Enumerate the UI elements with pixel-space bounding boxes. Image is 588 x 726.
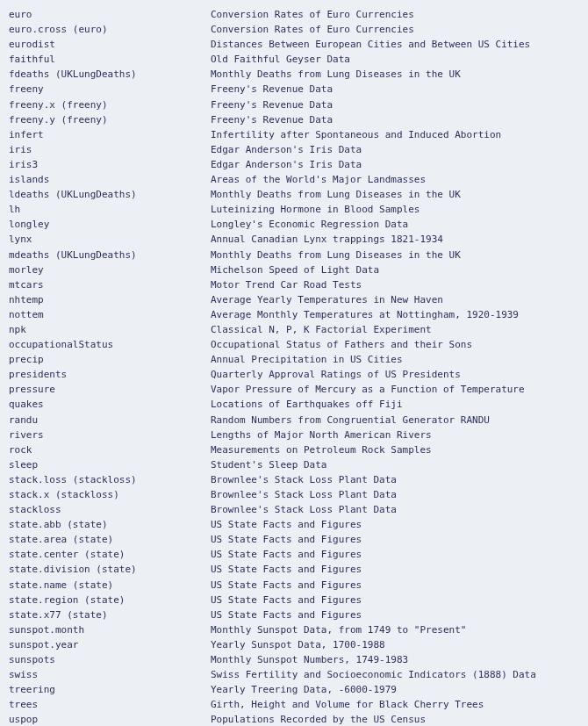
- dataset-row: state.division (state)US State Facts and…: [9, 562, 579, 577]
- dataset-name: euro.cross (euro): [9, 22, 211, 37]
- dataset-description: Edgar Anderson's Iris Data: [211, 159, 362, 170]
- dataset-name: euro: [9, 7, 211, 22]
- dataset-name: presidents: [9, 367, 211, 382]
- dataset-name: lynx: [9, 232, 211, 247]
- dataset-description: Areas of the World's Major Landmasses: [211, 174, 426, 185]
- dataset-name: sleep: [9, 457, 211, 472]
- dataset-description: Average Yearly Temperatures in New Haven: [211, 294, 443, 305]
- dataset-description: US State Facts and Figures: [211, 609, 362, 621]
- dataset-row: mtcarsMotor Trend Car Road Tests: [9, 277, 579, 292]
- dataset-row: treeringYearly Treering Data, -6000-1979: [9, 682, 579, 697]
- dataset-name: iris3: [9, 157, 211, 172]
- dataset-row: morleyMichelson Speed of Light Data: [9, 262, 579, 277]
- dataset-description: Yearly Treering Data, -6000-1979: [211, 684, 397, 695]
- dataset-row: euroConversion Rates of Euro Currencies: [9, 7, 579, 22]
- dataset-name: stackloss: [9, 502, 211, 517]
- dataset-name: occupationalStatus: [9, 337, 211, 352]
- dataset-name: quakes: [9, 397, 211, 412]
- dataset-row: nottemAverage Monthly Temperatures at No…: [9, 307, 579, 322]
- dataset-name: freeny: [9, 82, 211, 97]
- dataset-row: occupationalStatusOccupational Status of…: [9, 337, 579, 352]
- dataset-row: longleyLongley's Economic Regression Dat…: [9, 217, 579, 232]
- dataset-description: Measurements on Petroleum Rock Samples: [211, 444, 432, 456]
- dataset-name: treering: [9, 682, 211, 697]
- dataset-row: swissSwiss Fertility and Socioeconomic I…: [9, 667, 579, 682]
- dataset-row: nhtempAverage Yearly Temperatures in New…: [9, 292, 579, 307]
- dataset-description: Girth, Height and Volume for Black Cherr…: [211, 699, 484, 710]
- dataset-description: Random Numbers from Congruential Generat…: [211, 414, 490, 426]
- dataset-name: state.center (state): [9, 547, 211, 562]
- dataset-description: Classical N, P, K Factorial Experiment: [211, 324, 432, 335]
- dataset-description: US State Facts and Figures: [211, 564, 362, 575]
- dataset-name: longley: [9, 217, 211, 232]
- dataset-description: US State Facts and Figures: [211, 519, 362, 530]
- dataset-row: state.x77 (state)US State Facts and Figu…: [9, 607, 579, 622]
- dataset-row: randuRandom Numbers from Congruential Ge…: [9, 413, 579, 428]
- dataset-row: islandsAreas of the World's Major Landma…: [9, 172, 579, 187]
- dataset-row: rockMeasurements on Petroleum Rock Sampl…: [9, 442, 579, 457]
- dataset-row: stacklossBrownlee's Stack Loss Plant Dat…: [9, 502, 579, 517]
- dataset-row: sleepStudent's Sleep Data: [9, 457, 579, 472]
- dataset-description: US State Facts and Figures: [211, 579, 362, 591]
- dataset-name: freeny.y (freeny): [9, 112, 211, 127]
- dataset-name: freeny.x (freeny): [9, 97, 211, 112]
- dataset-name: npk: [9, 322, 211, 337]
- dataset-description: Locations of Earthquakes off Fiji: [211, 399, 403, 410]
- dataset-description: Distances Between European Cities and Be…: [211, 39, 530, 50]
- dataset-row: infertInfertility after Spontaneous and …: [9, 127, 579, 142]
- dataset-row: faithfulOld Faithful Geyser Data: [9, 52, 579, 67]
- dataset-description: Infertility after Spontaneous and Induce…: [211, 129, 501, 140]
- dataset-description: US State Facts and Figures: [211, 594, 362, 606]
- dataset-row: npkClassical N, P, K Factorial Experimen…: [9, 322, 579, 337]
- dataset-description: Monthly Sunspot Data, from 1749 to "Pres…: [211, 624, 466, 636]
- dataset-description: Freeny's Revenue Data: [211, 99, 333, 111]
- dataset-description: Swiss Fertility and Socioeconomic Indica…: [211, 669, 536, 680]
- dataset-name: islands: [9, 172, 211, 187]
- dataset-description: Brownlee's Stack Loss Plant Data: [211, 474, 397, 485]
- dataset-description: Annual Canadian Lynx trappings 1821-1934: [211, 234, 443, 245]
- dataset-row: mdeaths (UKLungDeaths)Monthly Deaths fro…: [9, 248, 579, 262]
- dataset-row: pressureVapor Pressure of Mercury as a F…: [9, 382, 579, 397]
- dataset-row: precipAnnual Precipitation in US Cities: [9, 352, 579, 367]
- dataset-name: fdeaths (UKLungDeaths): [9, 67, 211, 82]
- dataset-name: nhtemp: [9, 292, 211, 307]
- dataset-name: state.region (state): [9, 593, 211, 607]
- dataset-row: stack.x (stackloss)Brownlee's Stack Loss…: [9, 487, 579, 502]
- dataset-description: US State Facts and Figures: [211, 549, 362, 560]
- dataset-name: sunspot.month: [9, 622, 211, 637]
- dataset-name: swiss: [9, 667, 211, 682]
- dataset-description: Edgar Anderson's Iris Data: [211, 144, 362, 155]
- dataset-row: sunspotsMonthly Sunspot Numbers, 1749-19…: [9, 652, 579, 667]
- dataset-row: freeny.x (freeny)Freeny's Revenue Data: [9, 97, 579, 112]
- dataset-description: Monthly Deaths from Lung Diseases in the…: [211, 249, 461, 261]
- dataset-row: sunspot.yearYearly Sunspot Data, 1700-19…: [9, 637, 579, 652]
- dataset-row: eurodistDistances Between European Citie…: [9, 37, 579, 52]
- dataset-name: state.division (state): [9, 562, 211, 577]
- dataset-description: Occupational Status of Fathers and their…: [211, 339, 472, 350]
- dataset-description: US State Facts and Figures: [211, 534, 362, 545]
- dataset-description: Student's Sleep Data: [211, 459, 326, 471]
- dataset-row: fdeaths (UKLungDeaths)Monthly Deaths fro…: [9, 67, 579, 82]
- dataset-description: Average Monthly Temperatures at Nottingh…: [211, 309, 519, 320]
- dataset-description: Monthly Deaths from Lung Diseases in the…: [211, 68, 461, 80]
- dataset-name: eurodist: [9, 37, 211, 52]
- dataset-name: morley: [9, 262, 211, 277]
- dataset-name: sunspot.year: [9, 637, 211, 652]
- dataset-description: Freeny's Revenue Data: [211, 83, 333, 95]
- dataset-name: stack.loss (stackloss): [9, 472, 211, 487]
- dataset-name: state.abb (state): [9, 517, 211, 532]
- dataset-name: state.x77 (state): [9, 607, 211, 622]
- dataset-description: Monthly Sunspot Numbers, 1749-1983: [211, 654, 408, 665]
- dataset-description: Vapor Pressure of Mercury as a Function …: [211, 384, 525, 395]
- dataset-description: Luteinizing Hormone in Blood Samples: [211, 204, 419, 215]
- dataset-name: pressure: [9, 382, 211, 397]
- dataset-description: Annual Precipitation in US Cities: [211, 354, 403, 365]
- dataset-row: state.name (state)US State Facts and Fig…: [9, 578, 579, 593]
- dataset-name: iris: [9, 142, 211, 157]
- dataset-row: irisEdgar Anderson's Iris Data: [9, 142, 579, 157]
- dataset-name: trees: [9, 697, 211, 712]
- dataset-name: mdeaths (UKLungDeaths): [9, 248, 211, 262]
- dataset-row: freenyFreeny's Revenue Data: [9, 82, 579, 97]
- dataset-description: Motor Trend Car Road Tests: [211, 279, 362, 291]
- dataset-name: rock: [9, 442, 211, 457]
